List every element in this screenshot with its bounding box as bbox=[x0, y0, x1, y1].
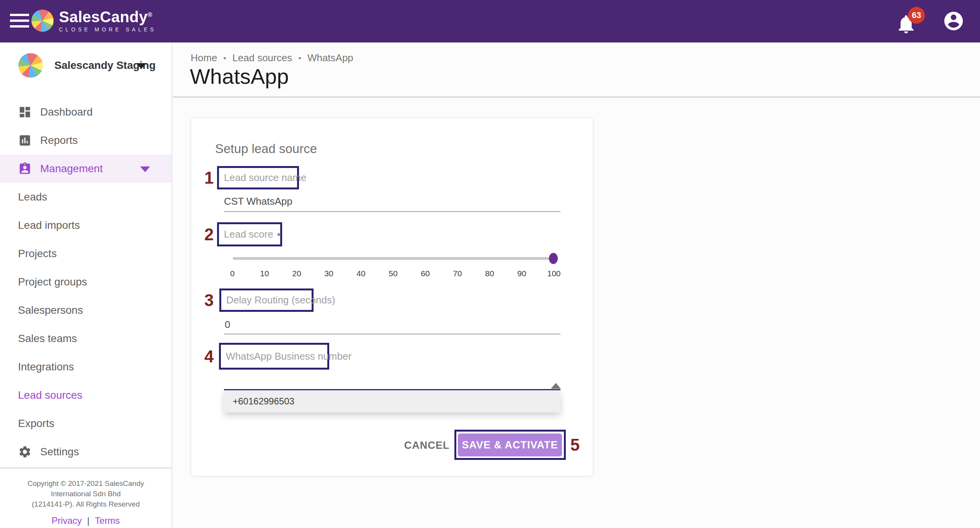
delay-routing-label: Delay Routing (seconds) bbox=[226, 294, 335, 306]
sidebar-item-reports[interactable]: Reports bbox=[0, 126, 172, 155]
breadcrumb-lead-sources[interactable]: Lead sources bbox=[232, 52, 292, 64]
lead-score-slider[interactable] bbox=[233, 257, 554, 260]
chevron-down-icon bbox=[136, 63, 146, 69]
lead-score-label: Lead score bbox=[224, 228, 273, 240]
cancel-button[interactable]: CANCEL bbox=[403, 438, 451, 453]
brand-name: SalesCandy® bbox=[59, 8, 156, 26]
annotation-box-lead-source-name: Lead source name bbox=[217, 166, 299, 189]
notification-count-badge: 63 bbox=[908, 7, 925, 24]
save-activate-button[interactable]: SAVE & ACTIVATE bbox=[458, 433, 562, 456]
reports-icon bbox=[18, 134, 32, 147]
select-collapse-icon[interactable] bbox=[551, 383, 561, 389]
breadcrumb: Home • Lead sources • WhatsApp bbox=[191, 52, 353, 64]
sidebar-item-project-groups[interactable]: Project groups bbox=[0, 268, 172, 296]
user-avatar-button[interactable] bbox=[942, 10, 965, 32]
sidebar-nav: Dashboard Reports Management Leads Lead … bbox=[0, 98, 172, 466]
legal-separator: | bbox=[87, 515, 90, 526]
app-bar: SalesCandy® CLOSE MORE SALES 63 bbox=[0, 0, 980, 42]
terms-link[interactable]: Terms bbox=[95, 515, 120, 526]
breadcrumb-separator: • bbox=[298, 53, 301, 63]
sidebar-item-lead-imports[interactable]: Lead imports bbox=[0, 211, 172, 240]
info-icon[interactable] bbox=[277, 230, 280, 240]
annotation-box-delay-routing: Delay Routing (seconds) bbox=[219, 288, 314, 312]
annotation-1: 1 bbox=[204, 168, 214, 187]
sidebar-item-lead-sources[interactable]: Lead sources bbox=[0, 381, 172, 409]
candy-logo-icon bbox=[31, 10, 54, 32]
sidebar-item-label: Reports bbox=[40, 134, 78, 147]
lead-score-ticks: 0 10 20 30 40 50 60 70 80 90 100 bbox=[216, 269, 570, 278]
lead-source-name-underline bbox=[224, 211, 560, 212]
sidebar-item-exports[interactable]: Exports bbox=[0, 409, 172, 438]
page-title: WhatsApp bbox=[190, 64, 289, 89]
gear-icon bbox=[18, 445, 32, 459]
delay-routing-input[interactable]: 0 bbox=[225, 319, 230, 331]
sidebar-item-label: Dashboard bbox=[40, 106, 93, 118]
lead-source-name-input[interactable]: CST WhatsApp bbox=[224, 196, 292, 207]
dropdown-option-number[interactable]: +60162996503 bbox=[224, 390, 560, 412]
brand-tagline: CLOSE MORE SALES bbox=[59, 26, 156, 33]
annotation-3: 3 bbox=[204, 291, 214, 310]
privacy-link[interactable]: Privacy bbox=[52, 515, 82, 526]
dashboard-icon bbox=[18, 105, 32, 119]
lead-source-name-label: Lead source name bbox=[224, 172, 306, 184]
whatsapp-number-label: WhatsApp Business number bbox=[226, 350, 351, 362]
management-icon bbox=[18, 162, 32, 176]
org-logo-icon bbox=[18, 53, 43, 78]
sidebar: Salescandy Staging Dashboard Reports Man… bbox=[0, 42, 172, 528]
header-divider bbox=[173, 96, 980, 98]
hamburger-menu-icon[interactable] bbox=[10, 14, 29, 29]
annotation-4: 4 bbox=[204, 347, 214, 366]
breadcrumb-separator: • bbox=[223, 53, 226, 63]
breadcrumb-whatsapp[interactable]: WhatsApp bbox=[307, 52, 353, 64]
sidebar-item-projects[interactable]: Projects bbox=[0, 240, 172, 268]
account-circle-icon bbox=[942, 10, 965, 32]
delay-routing-underline bbox=[224, 334, 560, 334]
annotation-5: 5 bbox=[570, 435, 580, 455]
lead-score-slider-thumb[interactable] bbox=[549, 253, 558, 264]
annotation-box-lead-score: Lead score bbox=[217, 222, 282, 246]
sidebar-item-integrations[interactable]: Integrations bbox=[0, 353, 172, 381]
sidebar-item-label: Management bbox=[40, 163, 103, 175]
annotation-box-whatsapp-number: WhatsApp Business number bbox=[219, 343, 329, 370]
sidebar-item-management[interactable]: Management bbox=[0, 155, 172, 183]
sidebar-footer: Copyright © 2017-2021 SalesCandy Interna… bbox=[0, 468, 172, 528]
registered-mark: ® bbox=[148, 11, 152, 18]
chevron-down-icon bbox=[140, 166, 150, 172]
sidebar-item-leads[interactable]: Leads bbox=[0, 183, 172, 211]
org-selector[interactable]: Salescandy Staging bbox=[0, 52, 172, 83]
screen: SalesCandy® CLOSE MORE SALES 63 Salescan… bbox=[0, 0, 980, 528]
main-content: Home • Lead sources • WhatsApp WhatsApp … bbox=[173, 42, 980, 528]
copyright-text: Copyright © 2017-2021 SalesCandy Interna… bbox=[0, 478, 172, 509]
sidebar-item-dashboard[interactable]: Dashboard bbox=[0, 98, 172, 126]
notifications-button[interactable]: 63 bbox=[895, 8, 922, 35]
sidebar-item-salespersons[interactable]: Salespersons bbox=[0, 296, 172, 324]
sidebar-item-label: Settings bbox=[40, 446, 79, 458]
setup-lead-source-card: Setup lead source 1 Lead source name CST… bbox=[191, 117, 593, 476]
sidebar-item-settings[interactable]: Settings bbox=[0, 438, 172, 466]
breadcrumb-home[interactable]: Home bbox=[191, 52, 217, 64]
annotation-2: 2 bbox=[204, 225, 214, 244]
brand-logo: SalesCandy® CLOSE MORE SALES bbox=[31, 8, 156, 33]
card-heading: Setup lead source bbox=[215, 142, 317, 156]
whatsapp-number-dropdown: +60162996503 bbox=[224, 390, 560, 412]
sidebar-item-sales-teams[interactable]: Sales teams bbox=[0, 324, 172, 353]
